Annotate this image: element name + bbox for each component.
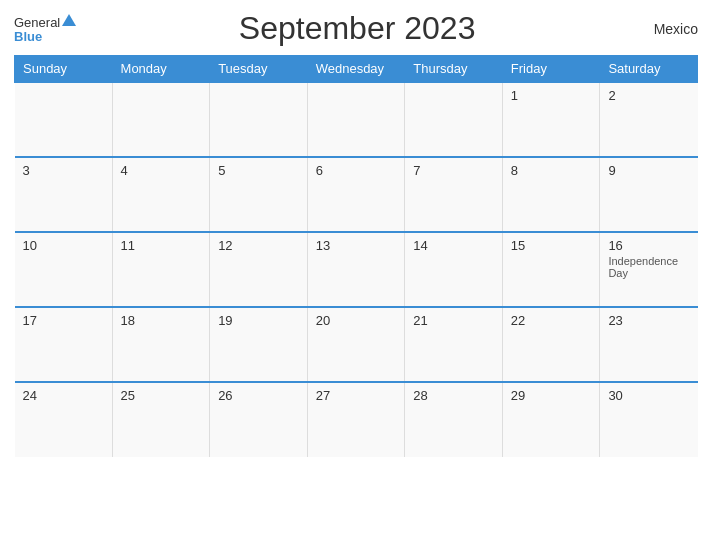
day-cell-w4-d5: 21 [405,307,503,382]
day-number: 19 [218,313,299,328]
week-row-3: 10111213141516Independence Day [15,232,698,307]
day-number: 28 [413,388,494,403]
calendar-title: September 2023 [76,10,638,47]
day-number: 8 [511,163,592,178]
day-number: 23 [608,313,689,328]
day-number: 2 [608,88,689,103]
day-cell-w1-d6: 1 [502,82,600,157]
day-cell-w1-d1 [15,82,113,157]
day-number: 1 [511,88,592,103]
day-cell-w4-d1: 17 [15,307,113,382]
day-cell-w3-d5: 14 [405,232,503,307]
day-cell-w4-d3: 19 [210,307,308,382]
header-monday: Monday [112,56,210,83]
day-cell-w3-d4: 13 [307,232,405,307]
day-number: 21 [413,313,494,328]
day-number: 24 [23,388,104,403]
logo-blue-text: Blue [14,30,42,44]
day-cell-w5-d3: 26 [210,382,308,457]
day-number: 6 [316,163,397,178]
header-sunday: Sunday [15,56,113,83]
day-cell-w1-d5 [405,82,503,157]
day-cell-w1-d2 [112,82,210,157]
day-cell-w2-d3: 5 [210,157,308,232]
day-number: 22 [511,313,592,328]
day-cell-w4-d4: 20 [307,307,405,382]
day-number: 15 [511,238,592,253]
calendar-table: Sunday Monday Tuesday Wednesday Thursday… [14,55,698,457]
day-cell-w2-d7: 9 [600,157,698,232]
logo-triangle-icon [62,14,76,26]
calendar-header: General Blue September 2023 Mexico [14,10,698,47]
day-cell-w2-d2: 4 [112,157,210,232]
day-number: 30 [608,388,689,403]
day-cell-w1-d3 [210,82,308,157]
day-number: 7 [413,163,494,178]
logo-general: General [14,13,76,31]
day-cell-w3-d7: 16Independence Day [600,232,698,307]
day-number: 27 [316,388,397,403]
day-number: 29 [511,388,592,403]
day-cell-w3-d6: 15 [502,232,600,307]
country-label: Mexico [638,21,698,37]
header-tuesday: Tuesday [210,56,308,83]
day-number: 3 [23,163,104,178]
header-saturday: Saturday [600,56,698,83]
day-number: 13 [316,238,397,253]
day-cell-w4-d7: 23 [600,307,698,382]
day-cell-w2-d6: 8 [502,157,600,232]
header-friday: Friday [502,56,600,83]
day-number: 18 [121,313,202,328]
day-cell-w2-d1: 3 [15,157,113,232]
day-cell-w3-d1: 10 [15,232,113,307]
day-header-row: Sunday Monday Tuesday Wednesday Thursday… [15,56,698,83]
day-cell-w1-d7: 2 [600,82,698,157]
day-cell-w5-d2: 25 [112,382,210,457]
day-number: 9 [608,163,689,178]
day-number: 20 [316,313,397,328]
week-row-4: 17181920212223 [15,307,698,382]
day-number: 12 [218,238,299,253]
day-number: 25 [121,388,202,403]
day-cell-w2-d4: 6 [307,157,405,232]
day-cell-w2-d5: 7 [405,157,503,232]
day-cell-w3-d3: 12 [210,232,308,307]
day-number: 14 [413,238,494,253]
header-wednesday: Wednesday [307,56,405,83]
logo: General Blue [14,13,76,45]
week-row-1: 12 [15,82,698,157]
holiday-label: Independence Day [608,255,689,279]
day-cell-w4-d2: 18 [112,307,210,382]
day-number: 17 [23,313,104,328]
week-row-2: 3456789 [15,157,698,232]
day-cell-w3-d2: 11 [112,232,210,307]
day-cell-w1-d4 [307,82,405,157]
week-row-5: 24252627282930 [15,382,698,457]
day-number: 5 [218,163,299,178]
day-number: 26 [218,388,299,403]
calendar-container: General Blue September 2023 Mexico Sunda… [0,0,712,550]
day-number: 4 [121,163,202,178]
day-cell-w5-d6: 29 [502,382,600,457]
day-cell-w5-d5: 28 [405,382,503,457]
day-number: 10 [23,238,104,253]
header-thursday: Thursday [405,56,503,83]
day-number: 11 [121,238,202,253]
day-cell-w5-d1: 24 [15,382,113,457]
day-cell-w5-d4: 27 [307,382,405,457]
day-number: 16 [608,238,689,253]
day-cell-w5-d7: 30 [600,382,698,457]
day-cell-w4-d6: 22 [502,307,600,382]
